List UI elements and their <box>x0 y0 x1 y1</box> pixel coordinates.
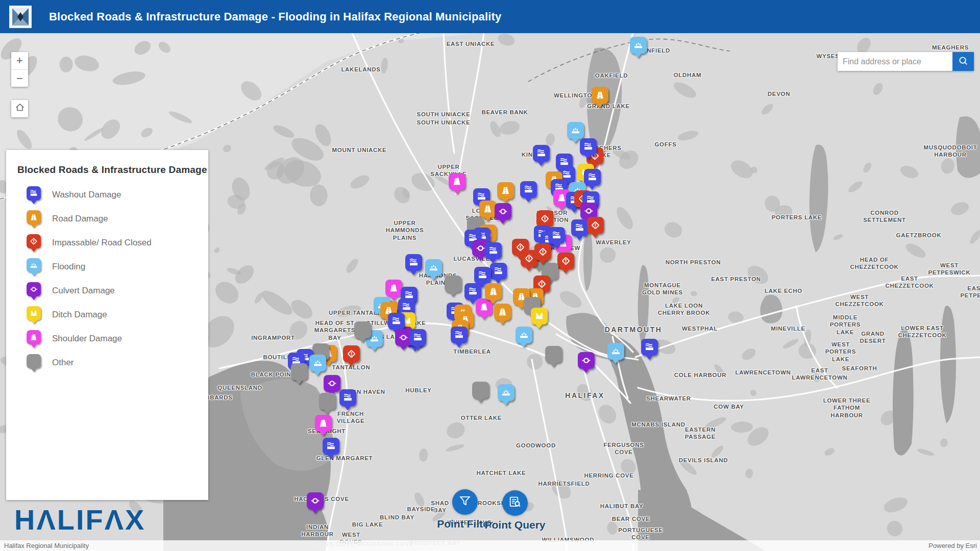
legend-item-impassable: Impassable/ Road Closed <box>6 231 208 255</box>
zoom-out-button[interactable]: − <box>11 69 28 87</box>
map-marker-washout[interactable] <box>580 138 597 155</box>
map-marker-washout[interactable] <box>533 145 550 162</box>
impassable-pin-icon <box>27 234 41 248</box>
legend-item-label: Shoulder Damage <box>52 334 122 344</box>
washout-pin-icon <box>27 186 41 201</box>
map-marker-flooding[interactable] <box>516 327 532 343</box>
legend-item-shoulder: Shoulder Damage <box>6 327 208 350</box>
map-marker-ditch[interactable] <box>531 308 548 324</box>
map-marker-impassable[interactable] <box>587 217 604 234</box>
map-marker-washout[interactable] <box>548 227 565 244</box>
point-filter-button[interactable] <box>452 489 478 515</box>
legend-item-label: Ditch Damage <box>52 310 107 320</box>
legend-item-label: Flooding <box>52 262 85 272</box>
search-input[interactable] <box>838 52 952 71</box>
map-marker-shoulder[interactable] <box>315 415 332 432</box>
map-marker-washout[interactable] <box>388 313 405 330</box>
search-button[interactable] <box>952 52 974 71</box>
road-pin-icon <box>27 210 41 224</box>
map-marker-road[interactable] <box>485 283 502 300</box>
zoom-in-button[interactable]: + <box>11 52 28 69</box>
map-marker-flooding[interactable] <box>630 37 647 54</box>
map-marker-washout[interactable] <box>485 242 502 259</box>
zoom-controls: + − <box>11 52 28 87</box>
map-marker-culvert[interactable] <box>495 203 511 220</box>
legend-item-culvert: Culvert Damage <box>6 279 208 303</box>
map-marker-road[interactable] <box>592 87 608 104</box>
legend-item-ditch: Ditch Damage <box>6 303 208 327</box>
map-marker-washout[interactable] <box>641 339 658 356</box>
map-marker-other[interactable] <box>354 321 371 338</box>
map-marker-impassable[interactable] <box>343 345 360 362</box>
page-title: Blocked Roads & Infrastructure Damage - … <box>49 10 502 23</box>
map-marker-culvert[interactable] <box>324 375 340 392</box>
map-marker-washout[interactable] <box>405 254 422 271</box>
map-marker-washout[interactable] <box>451 327 468 343</box>
map-marker-road[interactable] <box>479 201 496 217</box>
app-header: Blocked Roads & Infrastructure Damage - … <box>0 0 980 33</box>
search-icon <box>958 55 969 68</box>
map-marker-washout[interactable] <box>474 267 491 284</box>
map-marker-washout[interactable] <box>490 263 507 280</box>
ditch-pin-icon <box>27 306 41 320</box>
legend-item-road: Road Damage <box>6 207 208 231</box>
map-marker-washout[interactable] <box>584 169 601 186</box>
map-marker-shoulder[interactable] <box>385 280 402 296</box>
map-marker-washout[interactable] <box>571 219 588 236</box>
shoulder-pin-icon <box>27 330 41 344</box>
map-marker-culvert[interactable] <box>578 352 595 369</box>
halifax-logo: HΛLIFΛX <box>14 503 145 536</box>
map-marker-flooding[interactable] <box>567 122 584 139</box>
map-marker-washout[interactable] <box>520 181 537 198</box>
map-marker-washout[interactable] <box>409 329 426 346</box>
legend-title: Blocked Roads & Infrastructure Damage <box>17 164 208 176</box>
legend-item-label: Impassable/ Road Closed <box>52 238 152 248</box>
map-marker-flooding[interactable] <box>607 343 624 360</box>
legend-item-label: Culvert Damage <box>52 286 115 296</box>
map-marker-shoulder[interactable] <box>449 173 465 190</box>
map-marker-other[interactable] <box>291 363 308 380</box>
map-marker-other[interactable] <box>319 393 336 410</box>
map-marker-flooding[interactable] <box>498 384 514 401</box>
footer-bar: Halifax Regional Municipality Powered by… <box>0 540 980 551</box>
flooding-pin-icon <box>27 258 41 272</box>
legend-item-label: Road Damage <box>52 214 108 224</box>
legend-item-label: Other <box>52 358 74 368</box>
search-bar <box>838 52 974 71</box>
map-marker-flooding[interactable] <box>309 355 326 371</box>
point-query-button[interactable] <box>502 490 528 516</box>
map-marker-washout[interactable] <box>464 283 481 300</box>
map-marker-other[interactable] <box>445 276 461 292</box>
map-marker-impassable[interactable] <box>534 243 551 260</box>
map-marker-washout[interactable] <box>323 438 339 455</box>
query-icon <box>508 495 522 511</box>
footer-municipality: Halifax Regional Municipality <box>4 542 89 549</box>
culvert-pin-icon <box>27 282 41 296</box>
other-pin-icon <box>27 354 41 368</box>
map-marker-road[interactable] <box>497 182 514 199</box>
map-marker-flooding[interactable] <box>425 259 442 276</box>
map-application: EAST UNIACKEMEAGHERSENFIELDWYSESLAKELAND… <box>0 0 980 551</box>
footer-powered-by[interactable]: Powered by Esri <box>928 542 977 549</box>
tool-label: Point Query <box>484 519 545 531</box>
filter-icon <box>458 494 472 510</box>
map-marker-culvert[interactable] <box>307 492 324 509</box>
map-marker-other[interactable] <box>472 382 489 398</box>
map-marker-impassable[interactable] <box>536 210 553 227</box>
home-icon <box>14 102 26 115</box>
legend-item-washout: Washout Damage <box>6 183 208 207</box>
legend-item-other: Other <box>6 350 208 374</box>
map-marker-washout[interactable] <box>339 389 356 406</box>
map-marker-road[interactable] <box>494 304 511 320</box>
app-logo-icon <box>9 6 32 28</box>
legend-panel: Blocked Roads & Infrastructure Damage Wa… <box>6 150 208 500</box>
map-marker-other[interactable] <box>545 346 562 363</box>
map-marker-impassable[interactable] <box>557 253 574 269</box>
legend-item-flooding: Flooding <box>6 255 208 279</box>
home-button[interactable] <box>11 100 28 117</box>
legend-item-label: Washout Damage <box>52 190 121 200</box>
